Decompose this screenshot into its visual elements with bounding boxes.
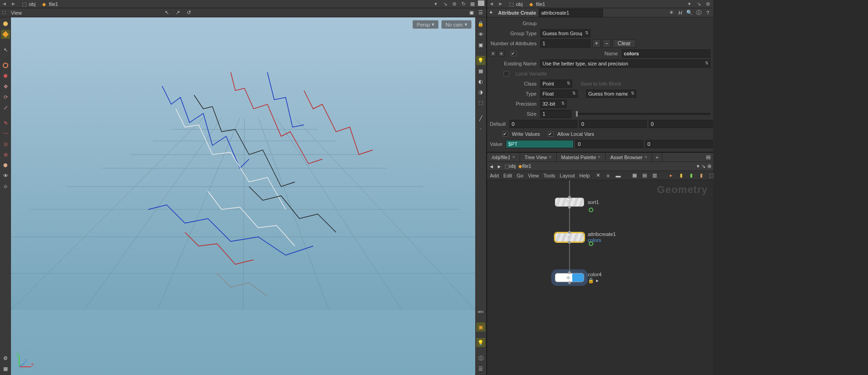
box-icon[interactable]: ▮ xyxy=(698,172,705,179)
nav-back-icon[interactable]: ◄ xyxy=(489,164,494,169)
nav-fwd-icon[interactable]: ► xyxy=(498,1,505,7)
window-icon[interactable] xyxy=(478,0,484,6)
asset-icon[interactable]: ⬚ xyxy=(708,172,715,179)
add-button[interactable]: + xyxy=(592,39,601,48)
tool-icon[interactable]: ▦ xyxy=(469,0,476,8)
tab-obj-file1[interactable]: /obj/file1× xyxy=(487,153,520,161)
close-icon[interactable]: × xyxy=(645,155,647,160)
lasso-tool-icon[interactable] xyxy=(1,71,10,80)
point-icon[interactable]: · xyxy=(476,124,485,133)
clear-button[interactable]: Clear xyxy=(613,39,636,48)
bake-icon[interactable]: ⬢ xyxy=(1,161,10,170)
network-path-bar[interactable]: ◄ ► ⬚obj ◆file1 ▾ ↘ ⊛ xyxy=(487,162,713,171)
region-tool-icon[interactable] xyxy=(1,61,10,70)
face-icon[interactable]: ☺ xyxy=(1,182,10,191)
grid1-icon[interactable]: ▦ xyxy=(631,172,638,179)
local-var-checkbox[interactable] xyxy=(504,71,509,76)
value-1[interactable] xyxy=(575,140,643,148)
select-tool-icon[interactable] xyxy=(1,30,10,39)
sticky-icon[interactable]: ▮ xyxy=(688,172,695,179)
viewport-path-bar[interactable]: ◄ ► ⬚ obj ◆ file1 ▾ ↘ ⊛ ↻ ▦ xyxy=(0,0,486,8)
chevron-down-icon[interactable]: ▾ xyxy=(686,0,693,8)
loop-icon[interactable]: ↺ xyxy=(185,9,192,16)
display-flag-icon[interactable] xyxy=(589,208,593,212)
link-icon[interactable]: ⊛ xyxy=(450,0,458,8)
node-name-field[interactable] xyxy=(539,9,603,17)
list-icon[interactable]: ≡ xyxy=(604,172,612,179)
grid2-icon[interactable]: ▤ xyxy=(641,172,648,179)
nav-back-icon[interactable]: ◄ xyxy=(489,1,495,7)
render-menu[interactable]: No cam▾ xyxy=(441,20,472,29)
tab-tree-view[interactable]: Tree View× xyxy=(520,153,557,161)
search-icon[interactable]: 🔍 xyxy=(686,9,693,16)
group-type-select[interactable]: Guess from Group xyxy=(540,29,591,38)
guess-select[interactable]: Guess from name xyxy=(586,90,636,98)
menu-layout[interactable]: Layout xyxy=(560,173,575,178)
close-icon[interactable]: × xyxy=(490,50,496,57)
size-field[interactable] xyxy=(540,110,571,118)
menu-icon[interactable]: ☰ xyxy=(477,9,484,16)
node-attribcreate1[interactable]: ✦ attribcreate1 colors xyxy=(555,231,616,243)
snap-icon[interactable]: ▦ xyxy=(1,364,10,373)
param-path-bar[interactable]: ◄ ► ⬚ obj ◆ file1 ▾ ↘ ⊛ xyxy=(487,0,713,8)
add-icon[interactable]: + xyxy=(498,50,505,57)
flag1-icon[interactable]: ▸ xyxy=(667,172,675,179)
bulb-icon[interactable]: 💡 xyxy=(476,56,485,65)
cube-icon[interactable]: ▣ xyxy=(476,40,485,49)
pin-icon[interactable]: ↘ xyxy=(701,163,705,169)
wire-icon[interactable]: ▦ xyxy=(476,66,485,75)
node-color4[interactable]: ◆ color4 🔒▸ xyxy=(555,272,602,284)
tab-material-palette[interactable]: Material Palette× xyxy=(557,153,606,161)
close-icon[interactable]: × xyxy=(549,155,552,160)
breadcrumb-file1[interactable]: ◆ file1 xyxy=(40,1,60,7)
note-icon[interactable]: ▮ xyxy=(678,172,685,179)
tab-asset-browser[interactable]: Asset Browser× xyxy=(606,153,652,161)
view-tool-icon[interactable] xyxy=(1,19,10,28)
breadcrumb-obj[interactable]: ⬚obj xyxy=(505,163,516,169)
lock-icon[interactable]: 🔒 xyxy=(476,19,485,28)
class-select[interactable]: Point xyxy=(540,80,572,88)
breadcrumb-obj[interactable]: ⬚ obj xyxy=(20,1,38,7)
link-icon[interactable]: ⊛ xyxy=(704,0,711,8)
nav-fwd-icon[interactable]: ► xyxy=(497,164,502,169)
num-attributes-field[interactable] xyxy=(540,39,591,48)
menu2-icon[interactable]: ☰ xyxy=(476,364,485,373)
close-icon[interactable]: × xyxy=(512,155,515,160)
eye-icon[interactable]: 👁 xyxy=(476,30,485,39)
shade-flat-icon[interactable]: ◑ xyxy=(476,87,485,96)
wrench-icon[interactable]: ✕ xyxy=(594,172,602,179)
menu-edit[interactable]: Edit xyxy=(504,173,512,178)
write-values-checkbox[interactable] xyxy=(503,131,508,137)
close-icon[interactable]: × xyxy=(598,155,601,160)
inspect-icon[interactable]: 👁 xyxy=(1,171,10,180)
value-2[interactable] xyxy=(645,140,713,148)
attr-name-field[interactable] xyxy=(622,49,711,58)
cursor2-icon[interactable]: ↗ xyxy=(174,9,181,16)
node-sort1[interactable]: ⇅ sort1 xyxy=(555,198,599,207)
display-flag-icon[interactable] xyxy=(589,241,593,246)
tab-options-icon[interactable]: ▤ xyxy=(703,153,713,161)
ghost-icon[interactable]: ⬚ xyxy=(476,98,485,107)
remove-button[interactable]: − xyxy=(602,39,611,48)
default-0[interactable] xyxy=(510,120,577,128)
enable-checkbox[interactable] xyxy=(511,51,516,56)
cursor-icon[interactable]: ↖ xyxy=(163,9,170,16)
value-0[interactable] xyxy=(506,140,574,148)
render-icon[interactable]: ▣ xyxy=(468,9,475,16)
info-icon[interactable]: ⓘ xyxy=(695,9,702,16)
viewport[interactable]: Persp▾ No cam▾ y x z xyxy=(11,17,475,375)
breadcrumb-file1[interactable]: ◆ file1 xyxy=(527,1,547,7)
h-icon[interactable]: H xyxy=(677,9,684,16)
type-select[interactable]: Float xyxy=(540,90,578,98)
refresh-icon[interactable]: ↻ xyxy=(460,0,467,8)
scale-tool-icon[interactable]: ⤢ xyxy=(1,103,10,112)
move-tool-icon[interactable]: ✥ xyxy=(1,82,10,91)
edge-icon[interactable]: ╱ xyxy=(476,113,485,123)
nav-fwd-icon[interactable]: ► xyxy=(11,1,17,7)
link-icon[interactable]: ⊛ xyxy=(707,163,711,169)
chevron-down-icon[interactable]: ▾ xyxy=(432,0,439,8)
precision-select[interactable]: 32-bit xyxy=(540,100,567,108)
menu-help[interactable]: Help xyxy=(580,173,590,178)
allow-local-checkbox[interactable] xyxy=(548,131,553,137)
size-slider[interactable] xyxy=(576,113,711,115)
